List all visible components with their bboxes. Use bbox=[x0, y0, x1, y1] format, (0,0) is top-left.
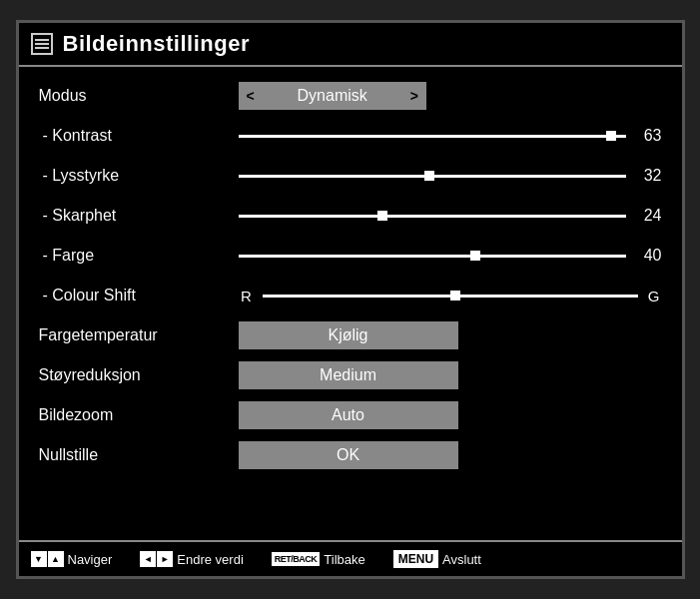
option-bildezoom[interactable]: Auto bbox=[239, 401, 458, 429]
row-lysstyrke: - Lysstyrke 32 bbox=[39, 157, 662, 195]
row-nullstille: Nullstille OK bbox=[39, 436, 662, 474]
ret-back-badge: RET/BACK bbox=[272, 552, 321, 566]
thumb-lysstyrke bbox=[424, 171, 434, 181]
footer-navigate: ▼ ▲ Naviger bbox=[31, 551, 113, 567]
navigate-label: Naviger bbox=[68, 552, 113, 567]
track-kontrast bbox=[239, 135, 626, 138]
footer-back: RET/BACK Tilbake bbox=[272, 552, 365, 567]
colour-shift-left-label: R bbox=[239, 288, 255, 304]
label-nullstille: Nullstille bbox=[39, 446, 239, 464]
option-stoyreduksjon-value: Medium bbox=[320, 366, 376, 383]
label-bildezoom: Bildezoom bbox=[39, 406, 239, 424]
row-modus: Modus < Dynamisk > bbox=[39, 77, 662, 115]
row-kontrast: - Kontrast 63 bbox=[39, 117, 662, 155]
row-stoyreduksjon: Støyreduksjon Medium bbox=[39, 356, 662, 394]
option-fargetemperatur[interactable]: Kjølig bbox=[239, 321, 458, 349]
label-farge: - Farge bbox=[39, 247, 239, 265]
right-arrow-icon: ► bbox=[157, 551, 173, 567]
svg-rect-2 bbox=[35, 47, 49, 49]
slider-skarphet[interactable]: 24 bbox=[239, 207, 662, 225]
slider-colour-shift[interactable]: R G bbox=[239, 288, 662, 304]
option-bildezoom-value: Auto bbox=[332, 406, 364, 423]
track-colour-shift bbox=[263, 295, 638, 298]
back-label: Tilbake bbox=[324, 552, 364, 567]
modus-value: Dynamisk bbox=[263, 82, 402, 110]
track-lysstyrke bbox=[239, 175, 626, 178]
footer-change: ◄ ► Endre verdi bbox=[140, 551, 243, 567]
slider-farge[interactable]: 40 bbox=[239, 247, 662, 265]
title-bar: Bildeinnstillinger bbox=[19, 23, 682, 67]
menu-badge: MENU bbox=[393, 550, 438, 568]
slider-lysstyrke[interactable]: 32 bbox=[239, 167, 662, 185]
change-arrows-icon: ◄ ► bbox=[140, 551, 173, 567]
label-stoyreduksjon: Støyreduksjon bbox=[39, 366, 239, 384]
row-farge: - Farge 40 bbox=[39, 237, 662, 275]
track-farge bbox=[239, 255, 626, 258]
colour-shift-right-label: G bbox=[646, 288, 662, 304]
label-fargetemperatur: Fargetemperatur bbox=[39, 326, 239, 344]
thumb-farge bbox=[470, 251, 480, 261]
svg-rect-1 bbox=[35, 43, 49, 45]
label-kontrast: - Kontrast bbox=[39, 127, 239, 145]
row-colour-shift: - Colour Shift R G bbox=[39, 277, 662, 314]
footer: ▼ ▲ Naviger ◄ ► Endre verdi RET/BACK Til… bbox=[19, 540, 682, 576]
thumb-colour-shift bbox=[450, 291, 460, 300]
up-arrow-icon: ▲ bbox=[48, 551, 64, 567]
row-bildezoom: Bildezoom Auto bbox=[39, 396, 662, 434]
value-kontrast: 63 bbox=[634, 127, 662, 145]
value-farge: 40 bbox=[634, 247, 662, 265]
option-stoyreduksjon[interactable]: Medium bbox=[239, 361, 458, 389]
row-skarphet: - Skarphet 24 bbox=[39, 197, 662, 235]
label-colour-shift: - Colour Shift bbox=[39, 287, 239, 304]
tv-frame: Bildeinnstillinger Modus < Dynamisk > - … bbox=[16, 20, 685, 579]
value-lysstyrke: 32 bbox=[634, 167, 662, 185]
modus-prev-arrow[interactable]: < bbox=[239, 83, 263, 109]
option-fargetemperatur-value: Kjølig bbox=[328, 326, 367, 343]
change-label: Endre verdi bbox=[177, 552, 243, 567]
track-skarphet bbox=[239, 215, 626, 218]
modus-next-arrow[interactable]: > bbox=[402, 83, 426, 109]
page-title: Bildeinnstillinger bbox=[63, 31, 250, 57]
thumb-skarphet bbox=[377, 211, 387, 221]
option-nullstille-value: OK bbox=[337, 446, 359, 463]
svg-rect-0 bbox=[35, 39, 49, 41]
value-skarphet: 24 bbox=[634, 207, 662, 225]
label-skarphet: - Skarphet bbox=[39, 207, 239, 225]
thumb-kontrast bbox=[606, 131, 616, 141]
left-arrow-icon: ◄ bbox=[140, 551, 156, 567]
modus-selector[interactable]: < Dynamisk > bbox=[239, 82, 426, 110]
slider-kontrast[interactable]: 63 bbox=[239, 127, 662, 145]
label-lysstyrke: - Lysstyrke bbox=[39, 167, 239, 185]
settings-content: Modus < Dynamisk > - Kontrast 63 - Lysst… bbox=[19, 67, 682, 540]
settings-icon bbox=[31, 33, 53, 55]
down-arrow-icon: ▼ bbox=[31, 551, 47, 567]
row-fargetemperatur: Fargetemperatur Kjølig bbox=[39, 316, 662, 354]
label-modus: Modus bbox=[39, 87, 239, 105]
navigate-arrows-icon: ▼ ▲ bbox=[31, 551, 64, 567]
option-nullstille[interactable]: OK bbox=[239, 441, 458, 469]
exit-label: Avslutt bbox=[442, 552, 481, 567]
footer-exit: MENU Avslutt bbox=[393, 550, 481, 568]
